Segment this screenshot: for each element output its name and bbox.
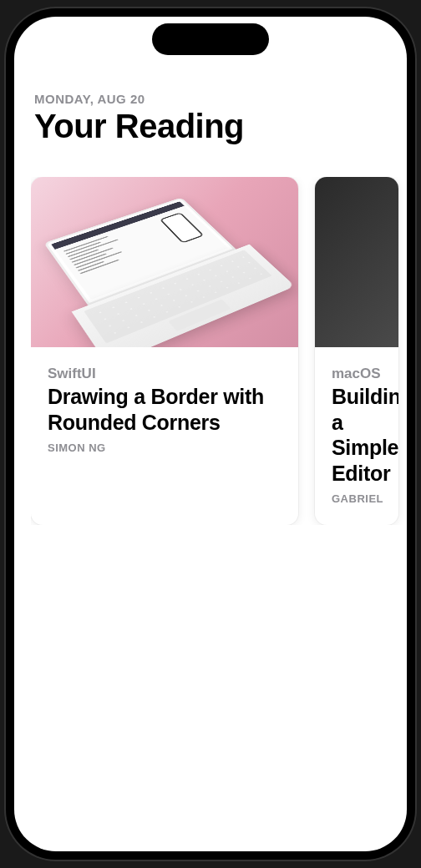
content-area: MONDAY, AUG 20 Your Reading [14,17,407,851]
article-title: Drawing a Border with Rounded Corners [48,384,282,435]
page-title: Your Reading [34,108,387,145]
dynamic-island [152,23,269,55]
date-label: MONDAY, AUG 20 [34,92,387,106]
cards-carousel[interactable]: SwiftUI Drawing a Border with Rounded Co… [31,177,407,525]
phone-screen: MONDAY, AUG 20 Your Reading [14,17,407,851]
article-author: SIMON NG [48,442,282,454]
laptop-illustration [43,194,295,347]
phone-frame: MONDAY, AUG 20 Your Reading [6,8,415,860]
article-title: Building a Simple Editor [332,384,382,486]
article-card-body: SwiftUI Drawing a Border with Rounded Co… [31,347,298,474]
article-category: SwiftUI [48,366,282,382]
article-thumbnail [315,177,398,347]
article-card[interactable]: macOS Building a Simple Editor GABRIEL [315,177,398,525]
article-card[interactable]: SwiftUI Drawing a Border with Rounded Co… [31,177,298,525]
article-category: macOS [332,366,382,382]
article-author: GABRIEL [332,492,382,505]
article-thumbnail [31,177,298,347]
article-card-body: macOS Building a Simple Editor GABRIEL [315,347,398,525]
